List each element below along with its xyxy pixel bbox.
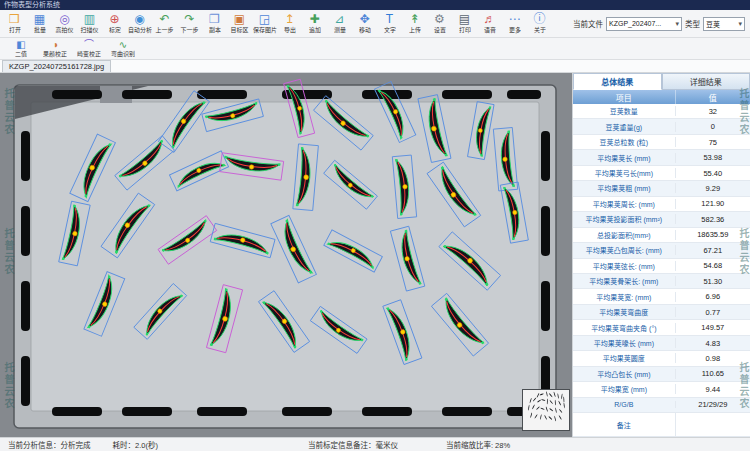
toolbar-text-button[interactable]: T文字 bbox=[377, 13, 402, 34]
toolbar-button-label: 扫描仪 bbox=[81, 27, 99, 34]
tab-detailed-results[interactable]: 详细结果 bbox=[662, 73, 750, 90]
chevron-down-icon: ▾ bbox=[675, 20, 679, 28]
result-item-value: 121.90 bbox=[676, 199, 750, 208]
result-item-value: 54.68 bbox=[676, 261, 750, 270]
toolbar-about-button[interactable]: ⓘ关于 bbox=[527, 13, 552, 34]
results-table-body: 豆荚数量32豆荚重量(g)0豆荚总粒数 (粒)75平均果荚长 (mm)53.98… bbox=[573, 104, 750, 413]
toolbar-button-label: 打印 bbox=[459, 27, 471, 34]
toolbar-doc-camera-button[interactable]: ◎高拍仪 bbox=[52, 13, 77, 34]
export-icon: ↥ bbox=[284, 13, 294, 26]
column-header-value: 值 bbox=[676, 90, 750, 104]
toolbar-calibrate-button[interactable]: ⊕标定 bbox=[102, 13, 127, 34]
move-icon: ✥ bbox=[359, 13, 369, 26]
toolbar-button-label: 文字 bbox=[384, 27, 396, 34]
note-label: 备注 bbox=[573, 413, 676, 436]
chevron-down-icon: ▾ bbox=[738, 20, 742, 28]
toolbar-button-label: 测量 bbox=[334, 27, 346, 34]
result-item-value: 582.36 bbox=[676, 215, 750, 224]
toolbar-upload-button[interactable]: ↟上传 bbox=[402, 13, 427, 34]
result-item-label: 平均果荚骨架长: (mm) bbox=[573, 276, 676, 286]
toolbar-button-label: 目标区 bbox=[231, 27, 249, 34]
result-row: 平均果宽 (mm)9.44 bbox=[573, 382, 750, 397]
toolbar-target-region-button[interactable]: ▣目标区 bbox=[227, 13, 252, 34]
result-item-value: 18635.59 bbox=[676, 230, 750, 239]
toolbar-binary-button[interactable]: ◧二值 bbox=[4, 39, 38, 58]
toolbar-button-label: 自动分析 bbox=[128, 27, 152, 34]
type-value: 豆荚 bbox=[706, 19, 720, 29]
undo-icon: ↶ bbox=[159, 13, 169, 26]
batch-icon: ▦ bbox=[34, 13, 45, 26]
result-row: 平均果荚长 (mm)53.98 bbox=[573, 150, 750, 165]
result-item-label: 平均果荚圆度 bbox=[573, 353, 676, 363]
settings-icon: ⚙ bbox=[434, 13, 445, 26]
result-item-value: 9.29 bbox=[676, 184, 750, 193]
note-row: 备注 bbox=[573, 413, 750, 437]
window-titlebar: 作物表型分析系统 bbox=[0, 0, 750, 10]
result-item-label: 平均果荚喙长 (mm) bbox=[573, 338, 676, 348]
toolbar-button-label: 上传 bbox=[409, 27, 421, 34]
file-tab[interactable]: KZGP_20240725161728.jpg bbox=[2, 60, 111, 72]
toolbar-right-controls: 当前文件 KZGP_202407... ▾ 类型 豆荚 ▾ bbox=[573, 17, 748, 31]
toolbar-curve-detect-button[interactable]: ∿弯曲识别 bbox=[106, 39, 140, 58]
result-item-label: 平均果荚长 (mm) bbox=[573, 153, 676, 163]
result-item-label: R/G/B bbox=[573, 401, 676, 408]
toolbar-button-label: 标定 bbox=[109, 27, 121, 34]
result-row: 总投影面积(mm²)18635.59 bbox=[573, 228, 750, 243]
toolbar-print-button[interactable]: ▤打印 bbox=[452, 13, 477, 34]
toolbar-more-button[interactable]: ⋯更多 bbox=[502, 13, 527, 34]
result-row: 平均果荚粗 (mm)9.29 bbox=[573, 181, 750, 196]
toolbar-distortion-correct-button[interactable]: ⌒畸变校正 bbox=[72, 39, 106, 58]
result-item-label: 平均果荚弯曲度 bbox=[573, 307, 676, 317]
result-item-label: 豆荚数量 bbox=[573, 106, 676, 116]
result-item-label: 平均凸包长 (mm) bbox=[573, 369, 676, 379]
toolbar-measure-button[interactable]: ⊿测量 bbox=[327, 13, 352, 34]
result-item-value: 4.83 bbox=[676, 339, 750, 348]
distortion-correct-icon: ⌒ bbox=[84, 39, 94, 50]
toolbar-pod-color-correct-button[interactable]: ◑果颜校正 bbox=[38, 39, 72, 58]
window-title: 作物表型分析系统 bbox=[4, 1, 60, 8]
image-canvas[interactable] bbox=[0, 73, 572, 437]
toolbar-batch-button[interactable]: ▦批量 bbox=[27, 13, 52, 34]
toolbar-settings-button[interactable]: ⚙设置 bbox=[427, 13, 452, 34]
print-icon: ▤ bbox=[459, 13, 470, 26]
toolbar-move-button[interactable]: ✥移动 bbox=[352, 13, 377, 34]
duplicate-icon: ❐ bbox=[209, 13, 220, 26]
result-item-label: 平均果荚粗 (mm) bbox=[573, 183, 676, 193]
current-file-select[interactable]: KZGP_202407... ▾ bbox=[606, 17, 682, 31]
toolbar-button-label: 下一步 bbox=[181, 27, 199, 34]
app-window: 作物表型分析系统 ❒打开▦批量◎高拍仪▥扫描仪⊕标定◉自动分析↶上一步↷下一步❐… bbox=[0, 0, 750, 451]
overview-thumbnail[interactable] bbox=[522, 389, 570, 431]
result-row: 平均果荚弯曲夹角 (°)149.57 bbox=[573, 320, 750, 335]
tab-overall-results[interactable]: 总体结果 bbox=[573, 73, 662, 90]
result-item-value: 32 bbox=[676, 107, 750, 116]
toolbar-button-label: 导出 bbox=[284, 27, 296, 34]
results-tabs: 总体结果 详细结果 bbox=[573, 73, 750, 90]
toolbar-buttons: ❒打开▦批量◎高拍仪▥扫描仪⊕标定◉自动分析↶上一步↷下一步❐副本▣目标区◲保存… bbox=[2, 13, 552, 34]
toolbar-export-button[interactable]: ↥导出 bbox=[277, 13, 302, 34]
result-item-label: 平均果荚弓长(mm) bbox=[573, 168, 676, 178]
toolbar-open-button[interactable]: ❒打开 bbox=[2, 13, 27, 34]
save-image-icon: ◲ bbox=[259, 13, 270, 26]
result-row: 豆荚数量32 bbox=[573, 104, 750, 119]
toolbar-button-label: 设置 bbox=[434, 27, 446, 34]
toolbar-save-image-button[interactable]: ◲保存图片 bbox=[252, 13, 277, 34]
result-item-label: 总投影面积(mm²) bbox=[573, 230, 676, 240]
toolbar-voice-button[interactable]: ♬语音 bbox=[477, 13, 502, 34]
toolbar-auto-analyze-button[interactable]: ◉自动分析 bbox=[127, 13, 152, 34]
toolbar-redo-button[interactable]: ↷下一步 bbox=[177, 13, 202, 34]
main-toolbar: ❒打开▦批量◎高拍仪▥扫描仪⊕标定◉自动分析↶上一步↷下一步❐副本▣目标区◲保存… bbox=[0, 10, 750, 38]
toolbar-duplicate-button[interactable]: ❐副本 bbox=[202, 13, 227, 34]
file-tab-label: KZGP_20240725161728.jpg bbox=[9, 62, 104, 71]
toolbar-undo-button[interactable]: ↶上一步 bbox=[152, 13, 177, 34]
result-item-label: 平均果宽 (mm) bbox=[573, 384, 676, 394]
toolbar-scanner-button[interactable]: ▥扫描仪 bbox=[77, 13, 102, 34]
append-icon: ✚ bbox=[309, 13, 319, 26]
result-item-value: 53.98 bbox=[676, 153, 750, 162]
result-row: 平均果荚圆度0.98 bbox=[573, 351, 750, 366]
results-panel: 总体结果 详细结果 项目 值 豆荚数量32豆荚重量(g)0豆荚总粒数 (粒)75… bbox=[572, 73, 750, 437]
toolbar-button-label: 保存图片 bbox=[253, 27, 277, 34]
calibrate-icon: ⊕ bbox=[109, 13, 119, 26]
curve-detect-icon: ∿ bbox=[119, 39, 127, 50]
type-select[interactable]: 豆荚 ▾ bbox=[703, 17, 745, 31]
toolbar-append-button[interactable]: ✚追加 bbox=[302, 13, 327, 34]
